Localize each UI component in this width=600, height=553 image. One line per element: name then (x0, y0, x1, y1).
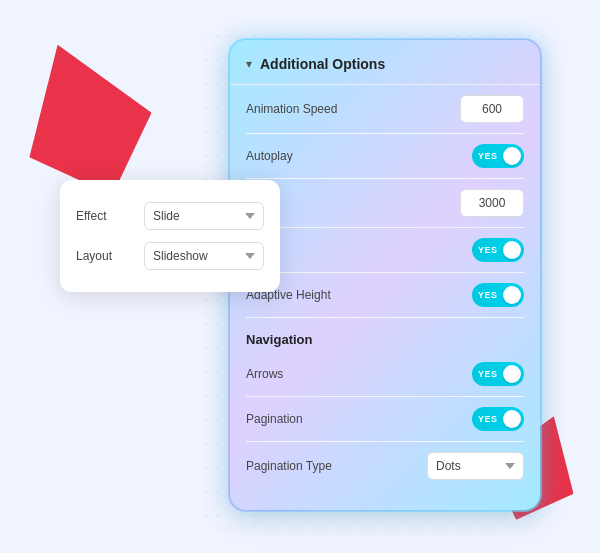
unnamed-toggle-row: YES (246, 228, 524, 273)
pagination-label: Pagination (246, 412, 303, 426)
animation-speed-row: Animation Speed (246, 85, 524, 134)
toggle-yes-label5: YES (478, 414, 498, 424)
toggle-knob4 (503, 365, 521, 383)
layout-label: Layout (76, 249, 124, 263)
toggle-yes-label2: YES (478, 245, 498, 255)
card-title: Additional Options (260, 56, 385, 72)
animation-speed-label: Animation Speed (246, 102, 337, 116)
toggle-knob2 (503, 241, 521, 259)
toggle-yes-label3: YES (478, 290, 498, 300)
pagination-toggle[interactable]: YES (472, 407, 524, 431)
arrows-toggle[interactable]: YES (472, 362, 524, 386)
animation-speed-input[interactable] (460, 95, 524, 123)
autoplay-delay-input[interactable] (460, 189, 524, 217)
autoplay-label: Autoplay (246, 149, 293, 163)
toggle-yes-label4: YES (478, 369, 498, 379)
effect-select[interactable]: Slide Fade Zoom (144, 202, 264, 230)
effect-layout-card: Effect Slide Fade Zoom Layout Slideshow … (60, 180, 280, 292)
autoplay-delay-row (246, 179, 524, 228)
toggle-knob (503, 147, 521, 165)
autoplay-toggle[interactable]: YES (472, 144, 524, 168)
effect-label: Effect (76, 209, 124, 223)
arrows-row: Arrows YES (246, 352, 524, 397)
pagination-type-row: Pagination Type Dots Numbers Thumbnails (246, 442, 524, 490)
card-header: ▾ Additional Options (230, 40, 540, 85)
toggle-knob5 (503, 410, 521, 428)
arrows-label: Arrows (246, 367, 283, 381)
autoplay-row: Autoplay YES (246, 134, 524, 179)
navigation-section: Navigation (246, 318, 524, 352)
adaptive-height-toggle[interactable]: YES (472, 283, 524, 307)
layout-row: Layout Slideshow Grid Masonry (76, 236, 264, 276)
toggle-yes-label: YES (478, 151, 498, 161)
adaptive-height-row: Adaptive Height YES (246, 273, 524, 318)
unnamed-toggle[interactable]: YES (472, 238, 524, 262)
collapse-icon[interactable]: ▾ (246, 57, 252, 71)
layout-select[interactable]: Slideshow Grid Masonry (144, 242, 264, 270)
pagination-type-label: Pagination Type (246, 459, 332, 473)
pagination-row: Pagination YES (246, 397, 524, 442)
toggle-knob3 (503, 286, 521, 304)
pagination-type-select[interactable]: Dots Numbers Thumbnails (427, 452, 524, 480)
navigation-label: Navigation (246, 332, 312, 347)
effect-row: Effect Slide Fade Zoom (76, 196, 264, 236)
